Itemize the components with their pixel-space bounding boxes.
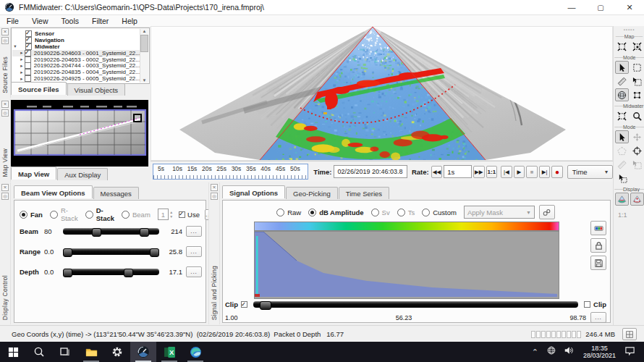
tree-row-file[interactable]: ▸20190226-204925 - 0005_Systemid_22... (12, 75, 140, 82)
lock-button[interactable] (590, 238, 606, 253)
checkbox-checked-icon[interactable] (25, 50, 31, 56)
rate-field[interactable]: 1s (444, 165, 472, 178)
slider-handle[interactable] (63, 269, 72, 277)
midwater-polygon-select-button[interactable] (615, 144, 629, 157)
midwater-target-pick-button[interactable] (630, 144, 644, 157)
toolbar-grip[interactable]: ▪▪▪▪▪ (614, 28, 644, 32)
rate-increase-button[interactable]: ▶▶ (473, 166, 485, 178)
checkbox-unchecked-icon[interactable] (25, 56, 31, 63)
file-item[interactable]: 20190226-204744 - 0003_Systemid_22... (34, 62, 140, 69)
file-explorer-button[interactable] (78, 342, 104, 362)
map-marquee-zoom-button[interactable] (630, 61, 644, 74)
midwater-pick-region-button[interactable] (630, 158, 644, 171)
taskbar-clock[interactable]: 18:35 28/03/2021 (583, 345, 616, 359)
map-measure-button[interactable] (615, 75, 629, 88)
range-slider-more-button[interactable]: ... (186, 246, 202, 257)
record-button[interactable]: ● (551, 166, 563, 178)
menu-filter[interactable]: Filter (85, 17, 115, 25)
tree-row[interactable]: Navigation (12, 37, 140, 43)
tree-item-sensor[interactable]: Sensor (35, 30, 54, 37)
search-button[interactable] (26, 342, 52, 362)
midwater-select-cursor-button[interactable] (615, 130, 629, 143)
file-item[interactable]: 20190226-204603 - 0001_Systemid_22... (34, 50, 140, 56)
scroll-down-icon[interactable]: ▼ (143, 78, 147, 83)
skip-start-button[interactable]: |◀ (501, 166, 512, 178)
file-item[interactable]: 20190226-204835 - 0004_Systemid_22... (34, 69, 140, 75)
apply-mask-dropdown[interactable]: Apply Mask▼ (464, 206, 535, 219)
tab-aux-display[interactable]: Aux Display (57, 168, 108, 180)
tree-row-file[interactable]: ▸20190226-204835 - 0004_Systemid_22... (12, 69, 140, 75)
tab-map-view[interactable]: Map View (11, 167, 56, 180)
time-field[interactable]: 02/26/2019 20:46:03.8 (334, 165, 407, 178)
close-icon[interactable]: ✕ (1, 101, 9, 108)
colormap-button[interactable] (590, 221, 606, 235)
expander-open-icon[interactable]: ▾ (12, 43, 18, 49)
tab-signal-options[interactable]: Signal Options (222, 185, 285, 198)
tab-visual-objects[interactable]: Visual Objects (67, 83, 126, 96)
checkbox-unchecked-icon[interactable] (25, 69, 31, 75)
slider-handle[interactable] (150, 248, 159, 257)
volume-icon[interactable] (564, 345, 574, 358)
close-icon[interactable]: ✕ (1, 184, 9, 191)
depth-range-slider[interactable] (63, 269, 159, 275)
tree-row-file[interactable]: ▸20190226-204744 - 0003_Systemid_22... (12, 62, 140, 69)
beam-number-spinner[interactable]: 1 (158, 209, 169, 220)
fan-radio[interactable] (20, 211, 27, 219)
tab-beam-view-options[interactable]: Beam View Options (14, 185, 93, 198)
slider-handle[interactable] (140, 228, 149, 237)
ts-radio[interactable] (397, 209, 405, 216)
map-3d-view-button[interactable] (615, 88, 629, 101)
midwater-zoom-extent-button[interactable] (615, 109, 629, 122)
sv-radio[interactable] (371, 209, 379, 216)
tab-messages[interactable]: Messages (93, 187, 139, 199)
excel-taskbar-button[interactable] (156, 342, 182, 362)
display-fan-picks-button[interactable] (630, 193, 644, 206)
slider-handle[interactable] (124, 269, 133, 277)
task-view-button[interactable] (52, 342, 78, 362)
scrollbar-thumb[interactable] (140, 35, 148, 52)
range-range-slider[interactable] (63, 248, 159, 255)
signal-histogram[interactable] (254, 231, 559, 299)
start-button[interactable] (0, 342, 26, 362)
tab-geo-picking[interactable]: Geo-Picking (286, 187, 338, 199)
clip-right-checkbox[interactable] (584, 301, 590, 308)
pin-icon[interactable]: ◎ (1, 109, 9, 117)
rate-decrease-button[interactable]: ◀◀ (431, 166, 443, 178)
pin-icon[interactable]: ◎ (1, 193, 9, 200)
expander-closed-icon[interactable]: ▸ (19, 50, 25, 56)
custom-radio[interactable] (422, 209, 430, 216)
clip-left-checkbox[interactable] (241, 301, 247, 308)
expander-closed-icon[interactable]: ▸ (19, 70, 25, 75)
map-zoom-selection-button[interactable] (630, 40, 644, 53)
water-column-fan-view[interactable] (151, 26, 613, 161)
slider-handle[interactable] (260, 301, 271, 310)
db-amplitude-radio[interactable] (308, 209, 316, 216)
beam-radio[interactable] (122, 211, 130, 219)
tree-row[interactable]: ▾Midwater (12, 43, 140, 50)
tab-source-files[interactable]: Source Files (11, 82, 67, 95)
minimize-button[interactable]: — (557, 0, 586, 14)
tree-item-midwater[interactable]: Midwater (35, 43, 60, 50)
midwater-zoom-button[interactable] (630, 109, 644, 122)
midwater-pick-select-button[interactable] (616, 172, 630, 185)
menu-help[interactable]: Help (115, 17, 144, 25)
tree-item-navigation[interactable]: Navigation (35, 37, 64, 43)
midwater-measure-button[interactable] (615, 158, 629, 171)
map-view[interactable] (11, 100, 148, 167)
tree-row-file[interactable]: ▸20190226-204603 - 0001_Systemid_22... (12, 50, 140, 56)
beam-range-slider[interactable] (63, 228, 159, 235)
skip-end-button[interactable]: ▶| (539, 166, 551, 178)
notification-center-icon[interactable] (624, 345, 635, 359)
r-stack-radio[interactable] (50, 211, 58, 219)
depth-slider-more-button[interactable]: ... (186, 266, 202, 277)
pin-icon[interactable]: ◎ (1, 37, 9, 44)
edge-taskbar-button[interactable] (182, 342, 208, 362)
timeline-ruler[interactable]: 5s10s15s20s25s30s35s40s45s50s (153, 164, 308, 180)
expander-closed-icon[interactable]: ▸ (19, 63, 25, 69)
checkbox-unchecked-icon[interactable] (25, 62, 31, 69)
close-icon[interactable]: ✕ (1, 28, 9, 35)
stop-button[interactable]: ■ (526, 166, 538, 178)
tray-chevron-icon[interactable]: ⌃ (532, 348, 538, 357)
map-pick-region-button[interactable] (630, 75, 644, 88)
tree-row[interactable]: Sensor (12, 30, 140, 37)
